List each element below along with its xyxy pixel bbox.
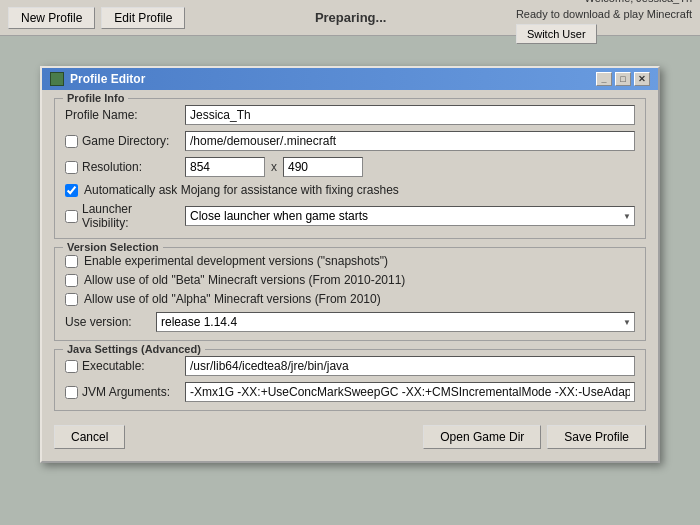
experimental-row: Enable experimental development versions… — [65, 254, 635, 268]
use-version-select-wrapper: release 1.14.4 — [156, 312, 635, 332]
resolution-height-input[interactable] — [283, 157, 363, 177]
resolution-x-label: x — [271, 160, 277, 174]
profile-name-label: Profile Name: — [65, 108, 185, 122]
footer-right: Open Game Dir Save Profile — [423, 425, 646, 449]
executable-checkbox[interactable] — [65, 360, 78, 373]
beta-row: Allow use of old "Beta" Minecraft versio… — [65, 273, 635, 287]
dialog-title-left: Profile Editor — [50, 72, 145, 86]
jvm-input[interactable] — [185, 382, 635, 402]
use-version-select[interactable]: release 1.14.4 — [156, 312, 635, 332]
executable-input[interactable] — [185, 356, 635, 376]
welcome-area: Welcome, Jessica_Th Ready to download & … — [516, 0, 692, 44]
use-version-row: Use version: release 1.14.4 — [65, 312, 635, 332]
footer-left: Cancel — [54, 425, 125, 449]
dialog-close-button[interactable]: ✕ — [634, 72, 650, 86]
jvm-checkbox[interactable] — [65, 386, 78, 399]
use-version-label: Use version: — [65, 315, 150, 329]
alpha-row: Allow use of old "Alpha" Minecraft versi… — [65, 292, 635, 306]
dialog-title: Profile Editor — [70, 72, 145, 86]
executable-label: Executable: — [82, 359, 145, 373]
auto-mojang-label: Automatically ask Mojang for assistance … — [84, 183, 399, 197]
beta-checkbox[interactable] — [65, 274, 78, 287]
save-profile-button[interactable]: Save Profile — [547, 425, 646, 449]
executable-row: Executable: — [65, 356, 635, 376]
alpha-label: Allow use of old "Alpha" Minecraft versi… — [84, 292, 381, 306]
experimental-checkbox[interactable] — [65, 255, 78, 268]
launcher-visibility-select-wrapper: Close launcher when game starts — [185, 206, 635, 226]
resolution-inputs: x — [185, 157, 363, 177]
alpha-checkbox[interactable] — [65, 293, 78, 306]
launcher-visibility-label: Launcher Visibility: — [82, 202, 179, 230]
resolution-row: Resolution: x — [65, 157, 635, 177]
new-profile-button[interactable]: New Profile — [8, 7, 95, 29]
resolution-checkbox[interactable] — [65, 161, 78, 174]
profile-name-input[interactable] — [185, 105, 635, 125]
game-dir-row: Game Directory: — [65, 131, 635, 151]
version-section-label: Version Selection — [63, 241, 163, 253]
launcher-visibility-row: Launcher Visibility: Close launcher when… — [65, 202, 635, 230]
edit-profile-button[interactable]: Edit Profile — [101, 7, 185, 29]
dialog-controls: _ □ ✕ — [596, 72, 650, 86]
switch-user-button[interactable]: Switch User — [516, 24, 597, 44]
toolbar: New Profile Edit Profile Preparing... We… — [0, 0, 700, 36]
dialog-maximize-button[interactable]: □ — [615, 72, 631, 86]
dialog-body: Profile Info Profile Name: Game Director… — [42, 90, 658, 461]
dialog-titlebar: Profile Editor _ □ ✕ — [42, 68, 658, 90]
resolution-label: Resolution: — [82, 160, 142, 174]
java-settings-section: Java Settings (Advanced) Executable: JVM… — [54, 349, 646, 411]
experimental-label: Enable experimental development versions… — [84, 254, 388, 268]
jvm-row: JVM Arguments: — [65, 382, 635, 402]
minecraft-icon — [50, 72, 64, 86]
game-dir-checkbox[interactable] — [65, 135, 78, 148]
open-game-dir-button[interactable]: Open Game Dir — [423, 425, 541, 449]
dialog-footer: Cancel Open Game Dir Save Profile — [54, 419, 646, 451]
launcher-visibility-select[interactable]: Close launcher when game starts — [185, 206, 635, 226]
jvm-label: JVM Arguments: — [82, 385, 170, 399]
profile-name-row: Profile Name: — [65, 105, 635, 125]
java-section-label: Java Settings (Advanced) — [63, 343, 205, 355]
status-label: Preparing... — [191, 10, 510, 25]
profile-info-section: Profile Info Profile Name: Game Director… — [54, 98, 646, 239]
welcome-sub: Ready to download & play Minecraft — [516, 7, 692, 22]
auto-mojang-checkbox[interactable] — [65, 184, 78, 197]
auto-mojang-row: Automatically ask Mojang for assistance … — [65, 183, 635, 197]
game-dir-input[interactable] — [185, 131, 635, 151]
version-selection-section: Version Selection Enable experimental de… — [54, 247, 646, 341]
cancel-button[interactable]: Cancel — [54, 425, 125, 449]
launcher-visibility-checkbox[interactable] — [65, 210, 78, 223]
main-area: Profile Editor _ □ ✕ Profile Info Profil… — [0, 36, 700, 525]
profile-editor-dialog: Profile Editor _ □ ✕ Profile Info Profil… — [40, 66, 660, 463]
resolution-width-input[interactable] — [185, 157, 265, 177]
game-dir-label: Game Directory: — [82, 134, 169, 148]
dialog-minimize-button[interactable]: _ — [596, 72, 612, 86]
profile-info-label: Profile Info — [63, 92, 128, 104]
beta-label: Allow use of old "Beta" Minecraft versio… — [84, 273, 405, 287]
